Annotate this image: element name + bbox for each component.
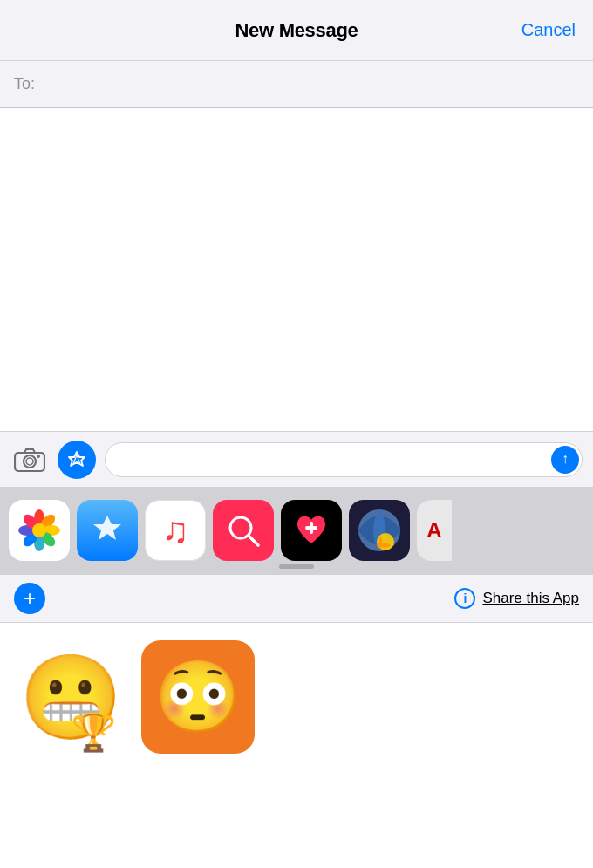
camera-button[interactable] [10, 441, 49, 479]
input-row: A ↑ [0, 431, 593, 487]
plus-icon: + [24, 588, 36, 609]
apps-shelf: ♫ A [0, 487, 593, 574]
svg-text:A: A [72, 453, 81, 467]
music-icon: ♫ [161, 509, 189, 551]
appstore-app-icon[interactable] [77, 500, 138, 561]
info-icon: i [454, 588, 475, 609]
send-icon: ↑ [562, 452, 569, 466]
svg-point-3 [37, 455, 40, 458]
appstore-small-icon: A [65, 448, 88, 471]
scroll-indicator [279, 564, 314, 569]
add-button[interactable]: + [14, 583, 45, 614]
appstore-shelf-icon [87, 510, 127, 550]
to-row: To: [0, 61, 593, 108]
to-label: To: [14, 75, 35, 93]
photos-app-icon[interactable] [9, 500, 70, 561]
emoji-anxious: 😳 [154, 662, 242, 732]
message-input[interactable] [105, 442, 583, 477]
sticker-2-bg: 😳 [141, 640, 255, 754]
svg-point-2 [26, 458, 33, 465]
sticker-1[interactable]: 😬 🏆 [14, 640, 127, 754]
svg-rect-18 [305, 526, 317, 530]
websearch-icon [223, 510, 263, 550]
cancel-button[interactable]: Cancel [521, 20, 576, 40]
globe-icon [349, 500, 410, 561]
stickers-area: 😬 🏆 😳 [0, 623, 593, 784]
emoji-trophy: 🏆 [71, 711, 116, 754]
websearch-app-icon[interactable] [213, 500, 274, 561]
to-input[interactable] [40, 75, 579, 93]
message-input-wrapper: ↑ [105, 442, 583, 477]
globe-app-icon[interactable] [349, 500, 410, 561]
share-this-app-label: Share this App [482, 590, 579, 607]
heart-icon [291, 510, 331, 550]
ad-app-icon[interactable]: A [417, 500, 452, 561]
page-title: New Message [235, 19, 358, 42]
share-this-app-button[interactable]: i Share this App [454, 588, 579, 609]
svg-point-14 [32, 523, 46, 537]
camera-icon [14, 447, 45, 473]
ad-icon-text: A [426, 518, 441, 543]
heart-app-icon[interactable] [281, 500, 342, 561]
music-app-icon[interactable]: ♫ [145, 500, 206, 561]
photos-icon [17, 509, 61, 552]
send-button[interactable]: ↑ [551, 446, 579, 474]
sticker-2[interactable]: 😳 [141, 640, 255, 754]
appstore-shortcut-button[interactable]: A [58, 441, 96, 479]
svg-line-16 [249, 536, 258, 545]
header: New Message Cancel [0, 0, 593, 61]
message-body [0, 108, 593, 431]
action-bar: + i Share this App [0, 574, 593, 623]
svg-point-1 [24, 455, 36, 468]
